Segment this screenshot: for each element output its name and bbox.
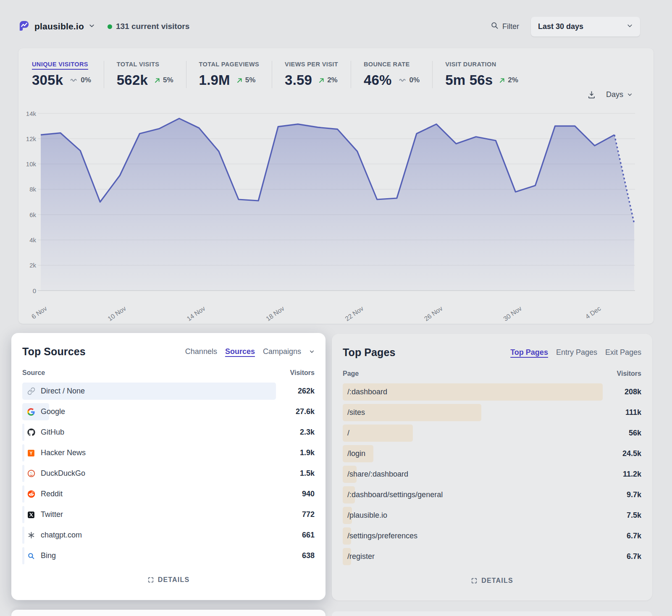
page-row-login[interactable]: /login 24.5k	[343, 443, 641, 464]
filter-button[interactable]: Filter	[491, 21, 519, 31]
sources-col-header-visitors: Visitors	[290, 369, 315, 377]
pages-col-header-visitors: Visitors	[617, 370, 641, 377]
tab-sources[interactable]: Sources	[225, 347, 255, 356]
site-switcher-chevron-icon	[89, 23, 95, 31]
x-axis-tick: 6 Nov	[30, 304, 48, 320]
site-switcher[interactable]: plausible.io	[18, 20, 95, 33]
tab-exit-pages[interactable]: Exit Pages	[605, 348, 641, 357]
tab-top-pages[interactable]: Top Pages	[510, 348, 548, 357]
stat-change: 2%	[318, 76, 338, 84]
stat-total-pageviews[interactable]: TOTAL PAGEVIEWS 1.9M 5%	[186, 61, 272, 88]
source-visitors: 2.3k	[276, 428, 315, 437]
stat-total-visits[interactable]: TOTAL VISITS 562k 5%	[104, 61, 186, 88]
tab-campaigns[interactable]: Campaigns	[263, 347, 301, 356]
source-visitors: 27.6k	[276, 407, 315, 416]
y-axis-tick: 2k	[29, 262, 36, 269]
stat-value: 3.59	[285, 72, 312, 88]
stat-value: 5m 56s	[445, 72, 493, 88]
hacker-news-icon: Y	[27, 449, 35, 457]
page-visitors: 9.7k	[603, 490, 641, 499]
y-axis-tick: 6k	[29, 211, 36, 218]
pages-details-button[interactable]: DETAILS	[343, 571, 641, 590]
date-range-select[interactable]: Last 30 days	[531, 17, 640, 37]
source-row-twitter[interactable]: Twitter 772	[22, 504, 315, 525]
y-axis-tick: 8k	[29, 186, 36, 193]
current-visitors[interactable]: 131 current visitors	[108, 22, 189, 31]
download-button[interactable]	[587, 90, 596, 99]
google-icon	[27, 408, 35, 416]
chevron-down-icon	[309, 349, 315, 354]
page-label: /login	[347, 449, 365, 458]
source-row-chatgpt-com[interactable]: chatgpt.com 661	[22, 525, 315, 545]
x-axis-tick: 26 Nov	[423, 304, 444, 321]
pages-col-header-page: Page	[343, 370, 359, 377]
source-visitors: 772	[276, 510, 315, 519]
tab-channels[interactable]: Channels	[185, 347, 217, 356]
page-label: /:dashboard	[347, 388, 387, 396]
x-axis-tick: 14 Nov	[186, 304, 207, 321]
page-row-settings-preferences[interactable]: /settings/preferences 6.7k	[343, 526, 641, 546]
stat-unique-visitors[interactable]: UNIQUE VISITORS 305k 0%	[32, 61, 104, 88]
stat-value: 46%	[364, 72, 392, 88]
source-visitors: 940	[276, 490, 315, 498]
source-row-bing[interactable]: Bing 638	[22, 545, 315, 566]
page-row-root[interactable]: / 56k	[343, 423, 641, 443]
page-row-share-dashboard[interactable]: /share/:dashboard 11.2k	[343, 464, 641, 485]
live-dot-icon	[108, 24, 112, 29]
current-visitors-label: 131 current visitors	[116, 22, 189, 31]
date-range-value: Last 30 days	[538, 22, 583, 31]
stat-change: 0%	[69, 76, 91, 84]
source-label: GitHub	[41, 428, 64, 437]
y-axis-tick: 4k	[29, 236, 36, 244]
y-axis-tick: 14k	[26, 110, 37, 117]
y-axis-tick: 10k	[26, 160, 37, 168]
trend-up-icon	[154, 77, 160, 84]
trend-up-icon	[318, 77, 325, 84]
stat-bounce-rate[interactable]: BOUNCE RATE 46% 0%	[351, 61, 432, 88]
source-visitors: 1.5k	[276, 469, 315, 478]
stat-views-per-visit[interactable]: VIEWS PER VISIT 3.59 2%	[272, 61, 351, 88]
source-label: Google	[41, 407, 65, 416]
page-visitors: 24.5k	[603, 449, 641, 458]
stat-visit-duration[interactable]: VISIT DURATION 5m 56s 2%	[432, 61, 531, 88]
interval-select[interactable]: Days	[606, 90, 633, 99]
page-row-dashboard-settings-general[interactable]: /:dashboard/settings/general 9.7k	[343, 485, 641, 505]
plausible-logo-icon	[18, 20, 30, 33]
stat-change: 5%	[236, 76, 256, 84]
source-row-duckduckgo[interactable]: DuckDuckGo 1.5k	[22, 463, 315, 484]
page-row-sites[interactable]: /sites 111k	[343, 402, 641, 423]
stat-value: 562k	[117, 72, 148, 88]
page-row-register[interactable]: /register 6.7k	[343, 546, 641, 567]
top-pages-list: /:dashboard 208k /sites 111k / 56k /logi…	[343, 382, 641, 567]
source-visitors: 661	[276, 531, 315, 540]
source-visitors: 1.9k	[276, 448, 315, 457]
analytics-card: UNIQUE VISITORS 305k 0% TOTAL VISITS 562…	[18, 48, 654, 324]
bing-icon	[27, 552, 35, 560]
source-label: Bing	[41, 551, 56, 560]
twitter-x-icon	[27, 511, 35, 519]
top-sources-tabs: ChannelsSourcesCampaigns	[185, 347, 315, 356]
source-row-reddit[interactable]: Reddit 940	[22, 484, 315, 504]
source-label: Reddit	[41, 490, 63, 498]
trend-up-icon	[499, 77, 505, 84]
source-label: Hacker News	[41, 448, 86, 457]
source-row-hacker-news[interactable]: YHacker News 1.9k	[22, 443, 315, 463]
next-card-right-edge	[332, 611, 652, 616]
trend-flat-icon	[398, 78, 407, 83]
visitors-area	[41, 118, 634, 291]
source-row-direct-none[interactable]: Direct / None 262k	[22, 381, 315, 401]
trend-up-icon	[236, 77, 243, 84]
sources-details-button[interactable]: DETAILS	[22, 570, 315, 590]
stat-change: 2%	[499, 76, 518, 84]
source-row-github[interactable]: GitHub 2.3k	[22, 422, 315, 443]
chevron-down-icon	[627, 92, 633, 97]
stat-value: 1.9M	[199, 72, 230, 88]
source-label: Twitter	[41, 510, 63, 519]
tab-entry-pages[interactable]: Entry Pages	[556, 348, 597, 357]
page-row-plausible-io[interactable]: /plausible.io 7.5k	[343, 505, 641, 526]
page-label: /share/:dashboard	[347, 470, 408, 479]
svg-text:Y: Y	[29, 451, 32, 456]
page-row-dashboard[interactable]: /:dashboard 208k	[343, 382, 641, 402]
top-sources-list: Direct / None 262k Google 27.6k GitHub 2…	[22, 381, 315, 566]
source-row-google[interactable]: Google 27.6k	[22, 401, 315, 422]
